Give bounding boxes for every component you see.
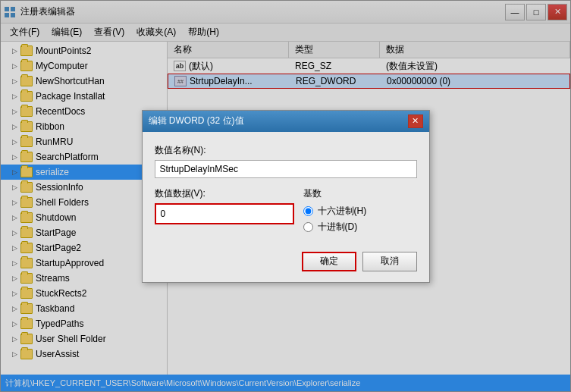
radio-hex-label[interactable]: 十六进制(H) <box>303 205 417 218</box>
radio-dec-label[interactable]: 十进制(D) <box>303 221 417 234</box>
value-base-row: 数值数据(V): 基数 十六进制(H) 十进制(D) <box>155 187 417 234</box>
modal-close-button[interactable]: ✕ <box>408 114 423 128</box>
radio-group: 十六进制(H) 十进制(D) <box>303 205 417 234</box>
modal-dialog: 编辑 DWORD (32 位)值 ✕ 数值名称(N): 数值数据(V): <box>142 110 430 283</box>
value-section: 数值数据(V): <box>155 187 294 234</box>
ok-button[interactable]: 确定 <box>302 252 356 271</box>
modal-body: 数值名称(N): 数值数据(V): 基数 十六进制(H) <box>143 132 429 246</box>
modal-overlay: 编辑 DWORD (32 位)值 ✕ 数值名称(N): 数值数据(V): <box>0 0 571 392</box>
name-label: 数值名称(N): <box>155 144 417 157</box>
base-title: 基数 <box>303 187 417 200</box>
modal-title-bar: 编辑 DWORD (32 位)值 ✕ <box>143 111 429 132</box>
radio-dec-text: 十进制(D) <box>318 221 358 234</box>
cancel-button[interactable]: 取消 <box>362 252 417 271</box>
modal-title: 编辑 DWORD (32 位)值 <box>149 114 244 127</box>
radio-dec[interactable] <box>303 222 313 232</box>
value-input[interactable] <box>155 203 294 224</box>
radio-hex[interactable] <box>303 206 313 216</box>
name-form-group: 数值名称(N): <box>155 144 417 178</box>
base-section: 基数 十六进制(H) 十进制(D) <box>303 187 417 234</box>
radio-hex-text: 十六进制(H) <box>318 205 367 218</box>
value-label: 数值数据(V): <box>155 187 294 200</box>
modal-buttons: 确定 取消 <box>143 246 429 282</box>
name-input[interactable] <box>155 160 417 178</box>
